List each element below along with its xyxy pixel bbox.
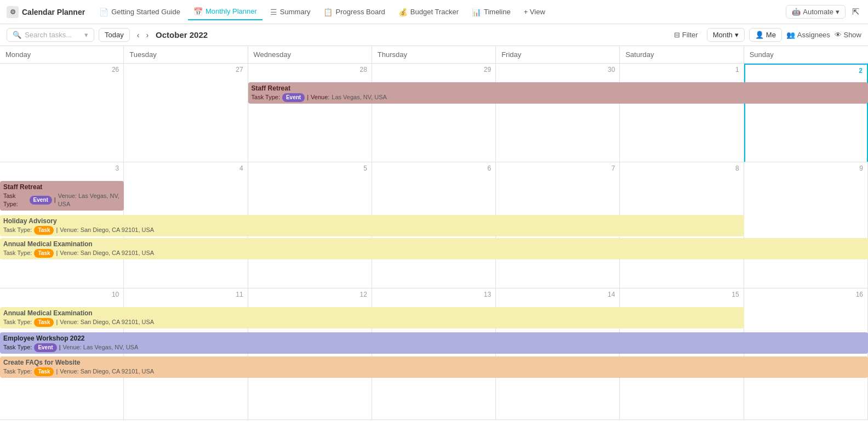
tab-progress-board[interactable]: 📋 Progress Board — [318, 4, 390, 20]
event-employee-workshop[interactable]: Employee Workshop 2022 Task Type: Event … — [0, 332, 868, 354]
day-header-thursday: Thursday — [372, 46, 496, 63]
day-cell-2[interactable]: 2 — [744, 64, 868, 162]
pipe2: | — [54, 196, 56, 204]
event-venue7: Venue: San Diego, CA 92101, USA — [60, 367, 154, 376]
month-chevron-icon: ▾ — [735, 31, 739, 39]
event-staff-retreat-week1[interactable]: Staff Retreat Task Type: Event | Venue: … — [248, 82, 868, 104]
task-badge4: Task — [34, 249, 54, 258]
day-header-monday: Monday — [0, 46, 124, 63]
event-annual-medical-week3-title: Annual Medical Examination — [3, 309, 741, 318]
month-view-button[interactable]: Month ▾ — [707, 28, 745, 42]
assignees-button[interactable]: 👥 Assignees — [786, 31, 830, 39]
day-header-friday: Friday — [496, 46, 620, 63]
assignees-icon: 👥 — [786, 31, 795, 39]
tab-timeline-label: Timeline — [484, 8, 511, 16]
pipe4: | — [56, 249, 58, 257]
day-num-14: 14 — [496, 288, 619, 301]
automate-label: Automate — [803, 8, 833, 16]
week-row-2: 3 4 5 6 7 8 9 — [0, 162, 868, 288]
day-cell-16[interactable]: 16 — [744, 288, 868, 420]
event-annual-medical-week3[interactable]: Annual Medical Examination Task Type: Ta… — [0, 307, 744, 328]
current-month-title: October 2022 — [156, 30, 208, 39]
tab-getting-started-icon: 📄 — [99, 8, 108, 16]
day-num-6: 6 — [372, 162, 495, 174]
nav-right: 🤖 Automate ▾ ⇱ — [786, 4, 861, 19]
day-cell-9[interactable]: 9 — [744, 162, 868, 288]
toolbar: 🔍 Search tasks... ▾ Today ‹ › October 20… — [0, 24, 868, 46]
assignees-label: Assignees — [797, 31, 830, 39]
filter-button[interactable]: ⊟ Filter — [670, 29, 703, 41]
filter-label: Filter — [682, 31, 698, 39]
tab-timeline[interactable]: 📊 Timeline — [466, 4, 516, 20]
task-type-label6: Task Type: — [3, 343, 32, 352]
day-num-4: 4 — [124, 162, 247, 174]
calendar: Monday Tuesday Wednesday Thursday Friday… — [0, 46, 868, 442]
share-button[interactable]: ⇱ — [850, 4, 861, 19]
event-create-faqs[interactable]: Create FAQs for Website Task Type: Task … — [0, 356, 868, 378]
tab-monthly-planner-label: Monthly Planner — [205, 7, 257, 15]
event-venue5: Venue: San Diego, CA 92101, USA — [60, 318, 154, 326]
tab-getting-started-label: Getting Started Guide — [111, 8, 180, 16]
search-box[interactable]: 🔍 Search tasks... ▾ — [7, 28, 94, 42]
share-icon: ⇱ — [852, 7, 859, 16]
task-type-label: Task Type: — [252, 93, 280, 101]
event-badge2: Event — [30, 196, 52, 205]
show-eye-icon: 👁 — [835, 31, 842, 39]
event-venue4: Venue: San Diego, CA 92101, USA — [60, 249, 154, 257]
me-label: Me — [766, 31, 776, 39]
pipe5: | — [56, 318, 58, 326]
event-staff-retreat-week2[interactable]: Staff Retreat Task Type: Event | Venue: … — [0, 181, 124, 211]
tab-monthly-planner[interactable]: 📅 Monthly Planner — [188, 4, 262, 20]
tab-summary-icon: ☰ — [270, 8, 277, 16]
day-cell-27[interactable]: 27 — [124, 64, 248, 162]
show-button[interactable]: 👁 Show — [835, 31, 861, 39]
automate-button[interactable]: 🤖 Automate ▾ — [786, 5, 846, 19]
day-cell-1[interactable]: 1 — [620, 64, 744, 162]
event-holiday-advisory-title: Holiday Advisory — [3, 217, 741, 226]
tab-getting-started[interactable]: 📄 Getting Started Guide — [94, 4, 186, 20]
prev-month-button[interactable]: ‹ — [134, 30, 142, 41]
tab-view[interactable]: + View — [518, 4, 551, 19]
event-badge: Event — [282, 93, 305, 102]
day-num-9: 9 — [744, 162, 867, 174]
day-num-15: 15 — [620, 288, 743, 301]
event-venue6: Venue: Las Vegas, NV, USA — [62, 343, 138, 352]
task-type-label2: Task Type: — [3, 192, 27, 209]
day-num-13: 13 — [372, 288, 495, 301]
day-cell-29[interactable]: 29 — [372, 64, 496, 162]
search-dropdown-icon: ▾ — [84, 31, 88, 39]
day-cell-30[interactable]: 30 — [496, 64, 620, 162]
me-button[interactable]: 👤 Me — [749, 28, 782, 42]
task-type-label5: Task Type: — [3, 318, 32, 326]
app-title: Calendar Planner — [22, 8, 85, 16]
tab-summary[interactable]: ☰ Summary — [265, 4, 316, 20]
event-staff-retreat-week1-meta: Task Type: Event | Venue: Las Vegas, NV,… — [252, 93, 865, 102]
event-holiday-advisory-meta: Task Type: Task | Venue: San Diego, CA 9… — [3, 226, 741, 235]
day-num-3: 3 — [0, 162, 123, 174]
event-venue3: Venue: San Diego, CA 92101, USA — [60, 226, 154, 234]
event-staff-retreat-week2-title: Staff Retreat — [3, 183, 121, 192]
today-button[interactable]: Today — [99, 28, 130, 42]
day-num-26: 26 — [0, 64, 123, 76]
tab-progress-board-icon: 📋 — [323, 8, 333, 16]
day-cell-26[interactable]: 26 — [0, 64, 124, 162]
event-annual-medical-week2[interactable]: Annual Medical Examination Task Type: Ta… — [0, 238, 868, 259]
next-month-button[interactable]: › — [143, 30, 151, 41]
day-header-saturday: Saturday — [620, 46, 744, 63]
event-holiday-advisory[interactable]: Holiday Advisory Task Type: Task | Venue… — [0, 215, 744, 236]
day-num-27: 27 — [124, 64, 247, 76]
day-num-8: 8 — [620, 162, 743, 174]
calendar-body: 26 27 28 29 30 1 2 — [0, 64, 868, 442]
tab-budget-tracker[interactable]: 💰 Budget Tracker — [393, 4, 464, 20]
pipe7: | — [56, 367, 58, 376]
event-badge6: Event — [34, 343, 56, 352]
day-header-tuesday: Tuesday — [124, 46, 248, 63]
day-num-30: 30 — [496, 64, 619, 76]
automate-chevron-icon: ▾ — [836, 8, 840, 16]
day-cell-28[interactable]: 28 — [248, 64, 372, 162]
tab-budget-tracker-label: Budget Tracker — [410, 8, 459, 16]
event-annual-medical-week3-meta: Task Type: Task | Venue: San Diego, CA 9… — [3, 318, 741, 327]
event-venue2: Venue: Las Vegas, NV, USA — [58, 192, 121, 209]
task-type-label4: Task Type: — [3, 249, 32, 257]
event-staff-retreat-week2-meta: Task Type: Event | Venue: Las Vegas, NV,… — [3, 192, 121, 209]
